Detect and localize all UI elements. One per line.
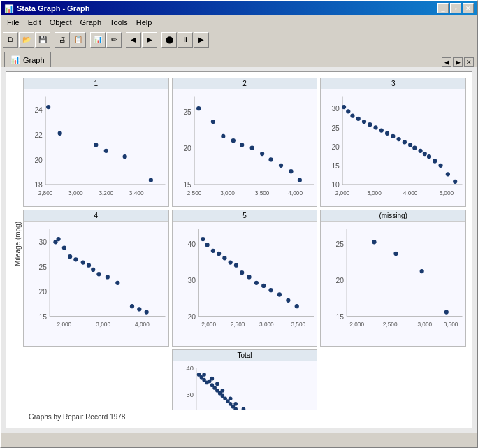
svg-text:3,000: 3,000: [96, 321, 110, 328]
menu-bar: File Edit Object Graph Tools Help: [1, 15, 477, 29]
svg-point-107: [240, 270, 244, 275]
svg-point-11: [58, 131, 62, 136]
svg-point-149: [215, 382, 219, 386]
pause-button[interactable]: ⏸: [178, 32, 193, 48]
subplot-total: Total 10 20 30 40 2,000 3,000: [172, 349, 318, 410]
svg-text:2,000: 2,000: [201, 321, 216, 328]
subplot-missing: (missing) 15 20 25 2,000 2,500 3,000: [320, 210, 466, 347]
svg-point-55: [385, 131, 389, 136]
svg-point-82: [81, 261, 85, 265]
y-axis-label-container: Mileage (mpg): [12, 78, 23, 410]
svg-point-62: [423, 152, 427, 156]
open-button[interactable]: 📂: [19, 32, 34, 48]
menu-tools[interactable]: Tools: [106, 17, 132, 27]
svg-point-156: [229, 396, 233, 400]
subplot-1-svg: 18 20 22 24 2,800 3,000 3,200 3,400: [24, 89, 168, 206]
svg-point-60: [413, 146, 417, 150]
svg-point-30: [249, 146, 254, 150]
print-button[interactable]: 🖨: [55, 32, 70, 48]
title-bar-text: 📊 Stata Graph - Graph: [4, 4, 90, 13]
close-button[interactable]: ✕: [463, 3, 474, 13]
toolbar: 🗋 📂 💾 🖨 📋 📊 ✏ ◀ ▶ ⬤ ⏸ ▶: [1, 29, 477, 50]
svg-point-25: [196, 106, 201, 110]
restore-button[interactable]: ▫: [450, 3, 461, 13]
svg-point-58: [403, 140, 407, 144]
svg-point-32: [268, 157, 273, 161]
svg-text:25: 25: [39, 263, 48, 271]
svg-point-65: [439, 164, 443, 168]
svg-point-10: [46, 105, 50, 109]
minimize-button[interactable]: _: [437, 3, 449, 13]
graph-tab[interactable]: 📊 Graph: [4, 52, 51, 67]
subplot-2-svg: 15 20 25 2,500 3,000 3,500 4,000: [173, 89, 317, 206]
new-button[interactable]: 🗋: [3, 32, 18, 48]
title-bar-controls: _ ▫ ✕: [437, 3, 474, 13]
svg-text:25: 25: [332, 124, 340, 132]
subplot-1-title: 1: [24, 78, 168, 89]
svg-point-87: [115, 281, 120, 285]
subplot-4: 4 15 20 25 30 2,000 3,000: [23, 210, 169, 347]
subplot-4-plot: 15 20 25 30 2,000 3,000 4,000: [24, 222, 168, 346]
app-icon: 📊: [4, 4, 14, 13]
svg-text:3,000: 3,000: [68, 189, 83, 196]
subplot-1: 1 18 20 22 24: [23, 78, 169, 207]
menu-file[interactable]: File: [3, 17, 24, 27]
svg-point-61: [419, 149, 423, 153]
svg-text:3,500: 3,500: [444, 321, 458, 328]
svg-point-29: [240, 143, 244, 147]
subplot-total-title: Total: [173, 350, 317, 361]
menu-graph[interactable]: Graph: [76, 17, 106, 27]
svg-point-63: [427, 154, 431, 159]
copy-button[interactable]: 📋: [71, 32, 86, 48]
svg-point-67: [453, 180, 457, 184]
svg-point-49: [351, 114, 355, 118]
menu-help[interactable]: Help: [132, 17, 157, 27]
menu-object[interactable]: Object: [45, 17, 76, 27]
svg-text:20: 20: [336, 277, 345, 284]
svg-point-13: [104, 149, 108, 153]
subplot-3-plot: 10 15 20 25 30 2,000 3,000 4,000 5,000: [321, 89, 465, 206]
svg-text:20: 20: [39, 289, 48, 296]
svg-point-26: [210, 120, 215, 124]
svg-point-59: [408, 143, 412, 147]
svg-point-35: [297, 178, 301, 182]
svg-text:2,500: 2,500: [383, 321, 398, 328]
subplot-2-plot: 15 20 25 2,500 3,000 3,500 4,000: [173, 89, 317, 206]
svg-point-31: [260, 152, 264, 156]
subplot-3-title: 3: [321, 78, 465, 89]
forward-button[interactable]: ▶: [142, 32, 157, 48]
tab-next-button[interactable]: ▶: [453, 57, 463, 67]
svg-point-52: [368, 122, 372, 127]
window-title: Stata Graph - Graph: [17, 4, 90, 13]
subplot-1-plot: 18 20 22 24 2,800 3,000 3,200 3,400: [24, 89, 168, 206]
tab-prev-button[interactable]: ◀: [442, 57, 451, 67]
svg-text:3,200: 3,200: [99, 189, 113, 196]
chart-button[interactable]: 📊: [90, 32, 106, 48]
play-button[interactable]: ▶: [194, 32, 209, 48]
svg-text:30: 30: [332, 105, 340, 113]
main-window: 📊 Stata Graph - Graph _ ▫ ✕ File Edit Ob…: [0, 0, 478, 448]
stop-button[interactable]: ⬤: [161, 32, 177, 48]
menu-edit[interactable]: Edit: [24, 17, 45, 27]
svg-point-81: [73, 258, 78, 262]
svg-text:40: 40: [186, 364, 193, 372]
svg-text:2,000: 2,000: [335, 189, 350, 196]
svg-text:2,000: 2,000: [57, 321, 72, 328]
edit2-button[interactable]: ✏: [106, 32, 122, 48]
svg-text:5,000: 5,000: [440, 189, 454, 196]
svg-point-106: [233, 263, 238, 268]
svg-point-86: [106, 275, 110, 280]
tab-close-button[interactable]: ✕: [464, 57, 474, 67]
svg-point-90: [145, 310, 149, 315]
subplot-missing-svg: 15 20 25 2,000 2,500 3,000 3,500: [321, 222, 465, 346]
save-button[interactable]: 💾: [35, 32, 50, 48]
subplot-4-title: 4: [24, 210, 168, 222]
svg-text:30: 30: [39, 239, 48, 247]
svg-text:22: 22: [34, 131, 43, 139]
back-button[interactable]: ◀: [126, 32, 141, 48]
svg-text:2,000: 2,000: [350, 321, 365, 328]
svg-text:3,500: 3,500: [254, 189, 269, 196]
svg-point-152: [220, 389, 224, 393]
subplot-4-svg: 15 20 25 30 2,000 3,000 4,000: [24, 222, 168, 346]
subplot-total-plot: 10 20 30 40 2,000 3,000 4,000 5,000 Weig…: [173, 361, 317, 410]
